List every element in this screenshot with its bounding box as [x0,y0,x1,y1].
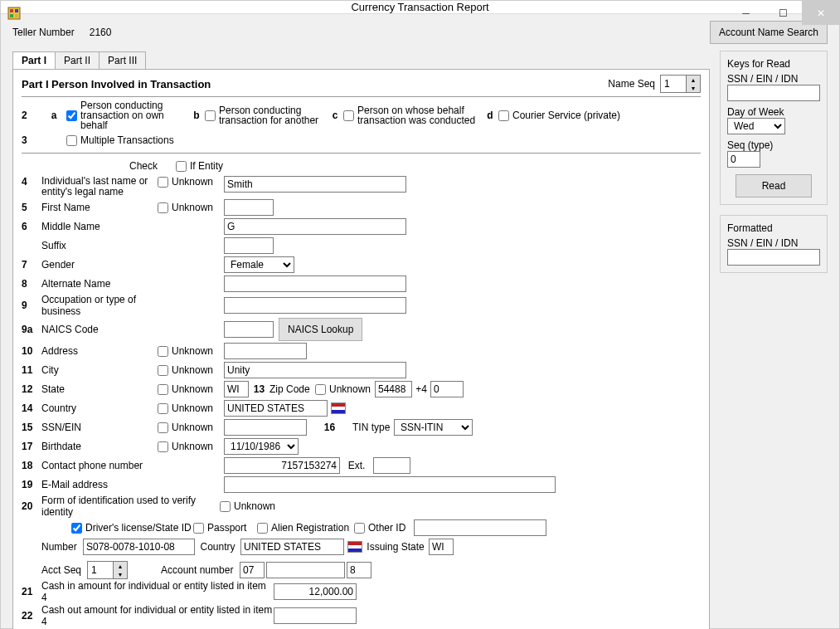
acctseq-spinner[interactable]: ▲▼ [87,561,128,579]
multi-trans-label: Multiple Transactions [80,134,174,146]
opt-d-check[interactable] [498,110,509,121]
flag-icon[interactable] [331,402,346,414]
opt-c-label: c [327,110,343,121]
zip-input[interactable] [375,381,412,397]
item-19: 19 [22,479,41,490]
zip-unknown-check[interactable] [315,384,326,395]
city-unknown-check[interactable] [158,365,168,376]
seq-input[interactable] [727,151,760,168]
occupation-label: Occupation or type of business [41,294,158,317]
gender-label: Gender [41,259,158,271]
country-unknown-check[interactable] [158,403,168,414]
ssn-unknown-check[interactable] [158,422,168,433]
read-button[interactable]: Read [736,174,812,197]
formatted-ssn-label: SSN / EIN / IDN [727,237,820,249]
cashin-input[interactable] [274,583,357,600]
item-12: 12 [22,383,41,395]
spin-up-icon[interactable]: ▲ [687,76,700,84]
spin-down-icon[interactable]: ▼ [114,570,127,578]
state-unknown-check[interactable] [158,384,168,395]
gender-select[interactable]: Female [224,256,294,273]
item-16: 16 [307,422,352,433]
naics-lookup-button[interactable]: NAICS Lookup [279,318,362,341]
opt-a-check[interactable] [66,110,77,121]
idcountry-input[interactable] [240,539,344,555]
tab-part2[interactable]: Part II [55,51,100,69]
occupation-input[interactable] [224,297,406,314]
minimize-button[interactable]: ─ [727,1,765,25]
passport-check[interactable] [193,523,204,534]
alien-check[interactable] [257,523,268,534]
dow-select[interactable]: Wed [727,118,785,134]
side-ssn-input[interactable] [727,85,820,101]
country-input[interactable] [224,400,328,417]
titlebar: Currency Transaction Report ─ ☐ ✕ [1,1,839,14]
acct-pre-input[interactable] [240,562,265,578]
address-input[interactable] [224,343,307,359]
naics-label: NAICS Code [41,324,158,335]
cashout-label: Cash out amount for individual or entity… [41,604,274,627]
tab-part3[interactable]: Part III [99,51,146,69]
idform-label: Form of identification used to verify id… [41,495,220,518]
item-15: 15 [22,422,41,433]
tab-part1[interactable]: Part I [12,51,56,69]
zip-label: Zip Code [269,383,315,395]
flag-icon[interactable] [347,541,362,553]
close-window-button[interactable]: ✕ [802,1,839,25]
cashout-input[interactable] [274,607,357,624]
multi-trans-check[interactable] [66,135,77,146]
phone-label: Contact phone number [41,460,158,471]
idform-unknown-check[interactable] [220,501,231,512]
acctseq-label: Acct Seq [41,564,87,576]
acct-suf-input[interactable] [347,562,371,578]
keys-title: Keys for Read [727,58,820,70]
lastname-unknown-check[interactable] [158,177,168,188]
ext-input[interactable] [373,457,410,474]
ssn-input[interactable] [224,419,307,436]
issuing-input[interactable] [429,539,454,555]
teller-number-label: Teller Number [12,27,75,38]
naics-input[interactable] [224,321,274,338]
item-10: 10 [22,345,41,357]
lastname-input[interactable] [224,176,406,193]
firstname-unknown-check[interactable] [158,202,168,213]
otherid-label: Other ID [368,522,414,534]
birthdate-select[interactable]: 11/10/1986 [224,438,299,455]
tintype-select[interactable]: SSN-ITIN [394,419,473,436]
opt-c-check[interactable] [343,110,354,121]
opt-d-label: d [482,110,498,121]
cashin-label: Cash in amount for individual or entity … [41,580,274,603]
address-unknown-check[interactable] [158,346,168,357]
firstname-input[interactable] [224,199,274,216]
otherid-input[interactable] [414,519,546,536]
birthdate-unknown-check[interactable] [158,441,168,452]
issuing-label: Issuing State [362,541,429,553]
item-11: 11 [22,364,41,376]
altname-input[interactable] [224,275,406,292]
maximize-button[interactable]: ☐ [765,1,802,25]
dl-check[interactable] [71,523,82,534]
formatted-ssn-input[interactable] [727,249,820,266]
check-header: Check [41,160,176,172]
city-input[interactable] [224,362,406,378]
alien-label: Alien Registration [271,522,354,534]
email-input[interactable] [224,476,556,493]
spin-up-icon[interactable]: ▲ [114,562,127,570]
suffix-input[interactable] [224,237,274,254]
acct-mid-input[interactable] [266,562,345,578]
middlename-label: Middle Name [41,221,158,232]
plus4-input[interactable] [430,381,464,397]
email-label: E-Mail address [41,479,158,490]
middlename-input[interactable] [224,218,406,235]
idnum-input[interactable] [83,539,195,555]
otherid-check[interactable] [354,523,365,534]
if-entity-check[interactable] [176,161,187,172]
if-entity-label: If Entity [190,160,223,172]
name-seq-spinner[interactable]: ▲▼ [660,75,701,93]
keys-panel: Keys for Read SSN / EIN / IDN Day of Wee… [720,51,828,205]
acctnum-label: Account number [161,564,240,576]
phone-input[interactable] [224,457,340,474]
spin-down-icon[interactable]: ▼ [687,84,700,92]
opt-b-check[interactable] [205,110,216,121]
state-input[interactable] [224,381,249,397]
